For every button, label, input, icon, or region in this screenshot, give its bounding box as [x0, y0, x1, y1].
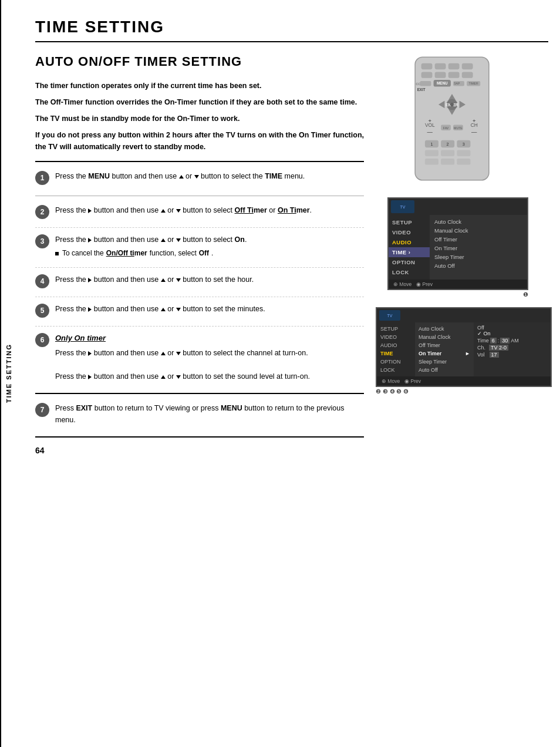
menu2-mid: Auto Clock Manual Clock Off Timer On Tim… [415, 322, 474, 376]
divider-3 [35, 267, 364, 268]
svg-rect-4 [462, 63, 473, 69]
intro-p4: If you do not press any button within 2 … [35, 129, 364, 153]
step-7: 7 Press EXIT button to return to TV view… [35, 402, 364, 428]
menu1-setup: SETUP [389, 217, 430, 227]
step-4-circle: 4 [35, 274, 49, 288]
svg-text:EXIT: EXIT [417, 88, 426, 92]
menu1-bottom: ⊕ Move ◉ Prev [389, 280, 527, 289]
divider-1 [35, 196, 364, 196]
step-4-text: Press the button and then use or button … [55, 274, 364, 285]
step-1: 1 Press the MENU button and then use or … [35, 170, 364, 187]
menu1-prev-label: ◉ Prev [416, 281, 433, 287]
divider-7 [35, 436, 364, 438]
menu2-auto-off: Auto Off [415, 366, 474, 374]
main-content: TIME SETTING AUTO ON/OFF TIMER SETTING T… [18, 0, 560, 747]
menu1-lock: LOCK [389, 267, 430, 277]
menu2-vol-val: 17 [490, 352, 499, 358]
menu1-auto-clock: Auto Clock [434, 217, 522, 226]
menu2-left: SETUP VIDEO AUDIO TIME OPTION LOCK [377, 322, 415, 376]
svg-rect-2 [435, 63, 446, 69]
svg-text:CC: CC [416, 82, 421, 86]
left-section: AUTO ON/OFF TIMER SETTING The timer func… [35, 54, 364, 729]
menu1-option: OPTION [389, 257, 430, 267]
svg-text:1: 1 [430, 142, 433, 147]
divider-2 [35, 227, 364, 228]
step-3: 3 Press the button and then use or butto… [35, 234, 364, 261]
menu2-manual-clock: Manual Clock [415, 333, 474, 341]
menu2-time: TIME [377, 349, 415, 358]
menu-diagram-2: TV SETUP VIDEO AUDIO TIME OPTION LOCK [376, 307, 552, 387]
right-section: MENU CC SAP TIMER EXIT [376, 54, 528, 729]
remote-svg: MENU CC SAP TIMER EXIT [399, 54, 505, 183]
svg-rect-44 [425, 159, 438, 164]
menu-diagram-1: TV SETUP VIDEO AUDIO TIME › OPTION LOCK [387, 197, 528, 290]
step-5: 5 Press the button and then use or butto… [35, 303, 364, 320]
menu2-prev-label: ◉ Prev [404, 378, 421, 384]
divider-6 [35, 393, 364, 394]
menu2-inner: SETUP VIDEO AUDIO TIME OPTION LOCK Auto … [377, 322, 551, 376]
menu2-video: VIDEO [377, 333, 415, 341]
svg-rect-45 [441, 159, 454, 164]
menu2-vol-label: Vol [477, 352, 485, 358]
section-heading: AUTO ON/OFF TIMER SETTING [35, 54, 364, 69]
page-number: 64 [35, 446, 364, 455]
sidebar-label: TIME SETTING [0, 0, 16, 747]
step-6-text: Only On timer Press the button and then … [55, 332, 364, 382]
svg-point-24 [450, 103, 454, 106]
divider-4 [35, 297, 364, 297]
menu2-time-sep: : [498, 338, 500, 344]
page: TIME SETTING TIME SETTING AUTO ON/OFF TI… [0, 0, 560, 747]
svg-rect-7 [448, 72, 460, 78]
svg-text:+: + [473, 117, 476, 124]
menu-diagram-1-wrapper: TV SETUP VIDEO AUDIO TIME › OPTION LOCK [376, 197, 528, 298]
svg-text:MENU: MENU [437, 81, 448, 85]
menu1-sleep-timer: Sleep Timer [434, 253, 522, 261]
step-5-circle: 5 [35, 304, 49, 318]
menu1-manual-clock: Manual Clock [434, 226, 522, 235]
svg-rect-42 [441, 150, 454, 156]
menu2-right: Off ✓ On Time 6 : 30 AM [474, 322, 551, 376]
menu2-vol-row: Vol 17 [477, 352, 547, 358]
menu2-bottom: ⊕ Move ◉ Prev [377, 376, 551, 386]
menu1-auto-off: Auto Off [434, 261, 522, 270]
step-7-text: Press EXIT button to return to TV viewin… [55, 402, 364, 426]
svg-rect-41 [425, 150, 438, 156]
step-3-circle: 3 [35, 234, 49, 248]
menu1-right: Auto Clock Manual Clock Off Timer On Tim… [430, 215, 527, 280]
menu1-move-label: ⊕ Move [393, 281, 411, 287]
menu2-ch-row: Ch. TV 2-0 [477, 345, 547, 351]
svg-text:SAP: SAP [454, 82, 460, 85]
menu2-time-min: 30 [500, 338, 510, 344]
menu2-time-ampm: AM [511, 338, 519, 344]
svg-text:MUTE: MUTE [454, 126, 463, 130]
svg-rect-46 [457, 159, 470, 164]
step-6: 6 Only On timer Press the button and the… [35, 332, 364, 385]
menu2-audio: AUDIO [377, 341, 415, 349]
intro-p3: The TV must be in standby mode for the O… [35, 113, 364, 124]
remote-diagram: MENU CC SAP TIMER EXIT [376, 54, 528, 183]
menu2-time-val: 6 [490, 338, 497, 344]
divider-top [35, 161, 364, 162]
step-3-text: Press the button and then use or button … [55, 234, 364, 259]
svg-rect-6 [435, 72, 446, 78]
menu2-move-label: ⊕ Move [382, 378, 400, 384]
menu2-ch-val: TV 2-0 [489, 345, 508, 351]
step-5-text: Press the button and then use or button … [55, 303, 364, 315]
menu1-video: VIDEO [389, 227, 430, 237]
menu1-inner: SETUP VIDEO AUDIO TIME › OPTION LOCK Aut… [389, 215, 527, 280]
svg-text:2: 2 [447, 142, 449, 147]
menu2-off: Off [477, 325, 547, 331]
menu2-ch-label: Ch. [477, 345, 485, 351]
intro-p2: The Off-Timer function overrides the On-… [35, 96, 364, 108]
divider-5 [35, 326, 364, 327]
menu2-right-content: Off ✓ On Time 6 : 30 AM [477, 325, 547, 358]
svg-text:—: — [427, 129, 433, 135]
menu2-time-label: Time [477, 338, 489, 344]
svg-rect-1 [421, 63, 433, 69]
menu2-option: OPTION [377, 358, 415, 366]
menu2-time-row: Time 6 : 30 AM [477, 338, 547, 344]
step-7-circle: 7 [35, 403, 49, 417]
svg-rect-8 [462, 72, 473, 78]
menu1-time: TIME › [389, 247, 430, 257]
menu-diagram-2-wrapper: TV SETUP VIDEO AUDIO TIME OPTION LOCK [376, 307, 528, 395]
